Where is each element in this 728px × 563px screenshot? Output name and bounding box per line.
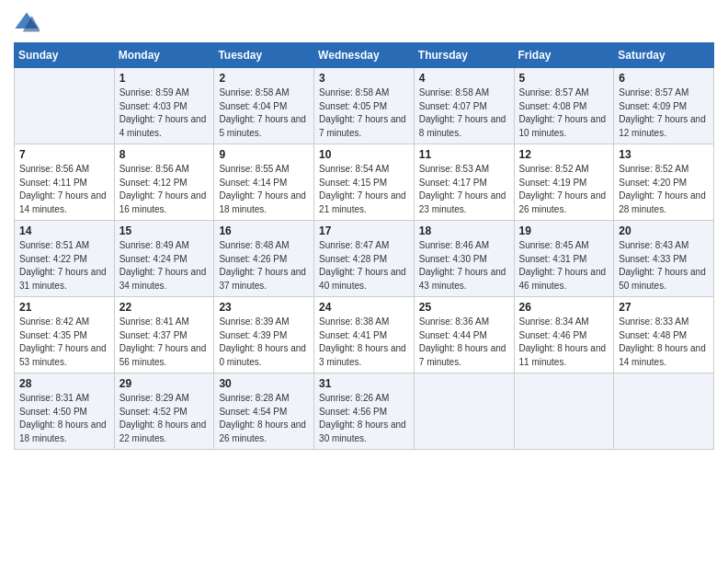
day-cell (514, 373, 614, 450)
day-cell: 24Sunrise: 8:38 AMSunset: 4:41 PMDayligh… (314, 297, 415, 373)
week-row-3: 14Sunrise: 8:51 AMSunset: 4:22 PMDayligh… (15, 221, 714, 297)
day-cell: 22Sunrise: 8:41 AMSunset: 4:37 PMDayligh… (114, 297, 214, 373)
day-info: Sunrise: 8:56 AMSunset: 4:11 PMDaylight:… (19, 163, 109, 216)
day-cell: 12Sunrise: 8:52 AMSunset: 4:19 PMDayligh… (514, 144, 614, 221)
col-header-thursday: Thursday (414, 43, 514, 68)
page-container: SundayMondayTuesdayWednesdayThursdayFrid… (0, 0, 728, 459)
day-info: Sunrise: 8:57 AMSunset: 4:09 PMDaylight:… (619, 86, 709, 140)
day-cell: 21Sunrise: 8:42 AMSunset: 4:35 PMDayligh… (15, 297, 115, 373)
day-cell: 29Sunrise: 8:29 AMSunset: 4:52 PMDayligh… (114, 373, 214, 450)
day-info: Sunrise: 8:43 AMSunset: 4:33 PMDaylight:… (619, 239, 709, 293)
day-info: Sunrise: 8:58 AMSunset: 4:07 PMDaylight:… (419, 86, 509, 140)
week-row-5: 28Sunrise: 8:31 AMSunset: 4:50 PMDayligh… (15, 373, 714, 450)
day-number: 28 (19, 377, 109, 390)
day-number: 11 (419, 148, 509, 161)
day-info: Sunrise: 8:54 AMSunset: 4:15 PMDaylight:… (319, 163, 409, 216)
day-info: Sunrise: 8:58 AMSunset: 4:04 PMDaylight:… (219, 86, 309, 140)
day-cell: 2Sunrise: 8:58 AMSunset: 4:04 PMDaylight… (214, 68, 314, 144)
day-cell: 6Sunrise: 8:57 AMSunset: 4:09 PMDaylight… (614, 68, 714, 144)
day-info: Sunrise: 8:53 AMSunset: 4:17 PMDaylight:… (419, 163, 509, 216)
day-number: 29 (119, 377, 210, 390)
day-number: 9 (219, 148, 309, 161)
day-info: Sunrise: 8:42 AMSunset: 4:35 PMDaylight:… (19, 316, 109, 369)
day-cell: 4Sunrise: 8:58 AMSunset: 4:07 PMDaylight… (414, 68, 514, 144)
day-cell: 3Sunrise: 8:58 AMSunset: 4:05 PMDaylight… (314, 68, 415, 144)
day-cell: 7Sunrise: 8:56 AMSunset: 4:11 PMDaylight… (15, 144, 115, 221)
day-info: Sunrise: 8:28 AMSunset: 4:54 PMDaylight:… (219, 392, 309, 445)
day-number: 24 (319, 301, 409, 314)
day-number: 1 (119, 72, 210, 85)
day-number: 27 (619, 301, 709, 314)
day-info: Sunrise: 8:48 AMSunset: 4:26 PMDaylight:… (219, 239, 309, 293)
day-info: Sunrise: 8:33 AMSunset: 4:48 PMDaylight:… (619, 316, 709, 369)
day-cell: 16Sunrise: 8:48 AMSunset: 4:26 PMDayligh… (214, 221, 314, 297)
day-number: 23 (219, 301, 309, 314)
day-cell: 15Sunrise: 8:49 AMSunset: 4:24 PMDayligh… (114, 221, 214, 297)
day-number: 15 (119, 224, 210, 237)
day-number: 25 (419, 301, 509, 314)
week-row-4: 21Sunrise: 8:42 AMSunset: 4:35 PMDayligh… (15, 297, 714, 373)
day-info: Sunrise: 8:45 AMSunset: 4:31 PMDaylight:… (519, 239, 609, 293)
day-number: 3 (319, 72, 409, 85)
day-number: 5 (519, 72, 609, 85)
day-cell: 11Sunrise: 8:53 AMSunset: 4:17 PMDayligh… (414, 144, 514, 221)
day-cell (15, 68, 115, 144)
day-number: 14 (19, 224, 109, 237)
day-number: 12 (519, 148, 609, 161)
day-cell: 23Sunrise: 8:39 AMSunset: 4:39 PMDayligh… (214, 297, 314, 373)
day-number: 18 (419, 224, 509, 237)
day-number: 21 (19, 301, 109, 314)
day-cell: 8Sunrise: 8:56 AMSunset: 4:12 PMDaylight… (114, 144, 214, 221)
day-cell (614, 373, 714, 450)
col-header-tuesday: Tuesday (214, 43, 314, 68)
calendar-table: SundayMondayTuesdayWednesdayThursdayFrid… (14, 42, 714, 450)
day-number: 10 (319, 148, 409, 161)
col-header-monday: Monday (114, 43, 214, 68)
day-info: Sunrise: 8:29 AMSunset: 4:52 PMDaylight:… (119, 392, 210, 445)
day-number: 13 (619, 148, 709, 161)
day-number: 17 (319, 224, 409, 237)
col-header-wednesday: Wednesday (314, 43, 415, 68)
day-number: 22 (119, 301, 210, 314)
day-info: Sunrise: 8:34 AMSunset: 4:46 PMDaylight:… (519, 316, 609, 369)
day-info: Sunrise: 8:59 AMSunset: 4:03 PMDaylight:… (119, 86, 210, 140)
day-info: Sunrise: 8:49 AMSunset: 4:24 PMDaylight:… (119, 239, 210, 293)
day-info: Sunrise: 8:51 AMSunset: 4:22 PMDaylight:… (19, 239, 109, 293)
day-cell (414, 373, 514, 450)
col-header-friday: Friday (514, 43, 614, 68)
day-cell: 26Sunrise: 8:34 AMSunset: 4:46 PMDayligh… (514, 297, 614, 373)
day-cell: 28Sunrise: 8:31 AMSunset: 4:50 PMDayligh… (15, 373, 115, 450)
day-cell: 9Sunrise: 8:55 AMSunset: 4:14 PMDaylight… (214, 144, 314, 221)
week-row-1: 1Sunrise: 8:59 AMSunset: 4:03 PMDaylight… (15, 68, 714, 144)
day-number: 2 (219, 72, 309, 85)
day-number: 4 (419, 72, 509, 85)
day-info: Sunrise: 8:52 AMSunset: 4:19 PMDaylight:… (519, 163, 609, 216)
col-header-sunday: Sunday (15, 43, 115, 68)
day-info: Sunrise: 8:52 AMSunset: 4:20 PMDaylight:… (619, 163, 709, 216)
day-cell: 14Sunrise: 8:51 AMSunset: 4:22 PMDayligh… (15, 221, 115, 297)
day-number: 7 (19, 148, 109, 161)
day-cell: 13Sunrise: 8:52 AMSunset: 4:20 PMDayligh… (614, 144, 714, 221)
day-cell: 17Sunrise: 8:47 AMSunset: 4:28 PMDayligh… (314, 221, 415, 297)
day-number: 8 (119, 148, 210, 161)
day-info: Sunrise: 8:38 AMSunset: 4:41 PMDaylight:… (319, 316, 409, 369)
day-info: Sunrise: 8:47 AMSunset: 4:28 PMDaylight:… (319, 239, 409, 293)
day-info: Sunrise: 8:31 AMSunset: 4:50 PMDaylight:… (19, 392, 109, 445)
day-cell: 20Sunrise: 8:43 AMSunset: 4:33 PMDayligh… (614, 221, 714, 297)
day-info: Sunrise: 8:39 AMSunset: 4:39 PMDaylight:… (219, 316, 309, 369)
day-cell: 27Sunrise: 8:33 AMSunset: 4:48 PMDayligh… (614, 297, 714, 373)
day-number: 31 (319, 377, 409, 390)
day-cell: 10Sunrise: 8:54 AMSunset: 4:15 PMDayligh… (314, 144, 415, 221)
day-info: Sunrise: 8:41 AMSunset: 4:37 PMDaylight:… (119, 316, 210, 369)
day-cell: 19Sunrise: 8:45 AMSunset: 4:31 PMDayligh… (514, 221, 614, 297)
day-info: Sunrise: 8:56 AMSunset: 4:12 PMDaylight:… (119, 163, 210, 216)
logo (14, 9, 43, 35)
day-info: Sunrise: 8:58 AMSunset: 4:05 PMDaylight:… (319, 86, 409, 140)
day-info: Sunrise: 8:46 AMSunset: 4:30 PMDaylight:… (419, 239, 509, 293)
day-cell: 25Sunrise: 8:36 AMSunset: 4:44 PMDayligh… (414, 297, 514, 373)
week-row-2: 7Sunrise: 8:56 AMSunset: 4:11 PMDaylight… (15, 144, 714, 221)
day-cell: 1Sunrise: 8:59 AMSunset: 4:03 PMDaylight… (114, 68, 214, 144)
day-info: Sunrise: 8:36 AMSunset: 4:44 PMDaylight:… (419, 316, 509, 369)
day-info: Sunrise: 8:55 AMSunset: 4:14 PMDaylight:… (219, 163, 309, 216)
day-number: 6 (619, 72, 709, 85)
